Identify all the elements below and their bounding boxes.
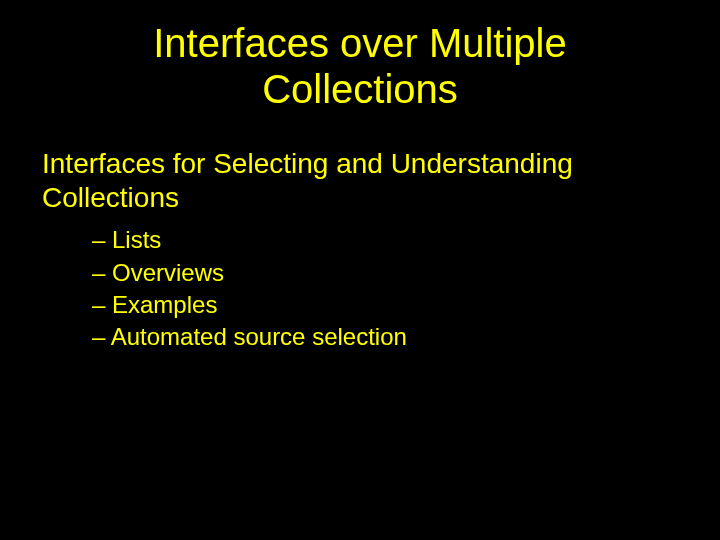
slide-title: Interfaces over Multiple Collections: [0, 0, 720, 112]
list-item: – Examples: [92, 289, 720, 321]
title-line-1: Interfaces over Multiple: [0, 20, 720, 66]
title-line-2: Collections: [0, 66, 720, 112]
subtitle-line-2: Collections: [42, 181, 680, 215]
subtitle-line-1: Interfaces for Selecting and Understandi…: [42, 147, 680, 181]
slide-subtitle: Interfaces for Selecting and Understandi…: [0, 112, 720, 214]
list-item: – Overviews: [92, 257, 720, 289]
bullet-list: – Lists – Overviews – Examples – Automat…: [0, 214, 720, 354]
list-item: – Automated source selection: [92, 321, 720, 353]
slide: Interfaces over Multiple Collections Int…: [0, 0, 720, 540]
list-item: – Lists: [92, 224, 720, 256]
